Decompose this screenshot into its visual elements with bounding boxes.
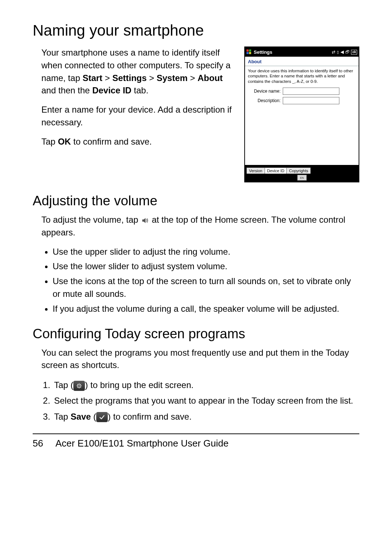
description-input[interactable] <box>283 97 339 104</box>
footer-rule <box>33 433 359 434</box>
bold-settings: Settings <box>112 73 147 83</box>
svg-line-13 <box>81 384 81 385</box>
svg-rect-2 <box>246 52 249 54</box>
svg-point-14 <box>79 385 80 386</box>
volume-icon[interactable]: ◀ <box>340 49 344 54</box>
svg-rect-1 <box>249 49 251 52</box>
today-steps: Tap ( ) to bring up the edit screen. Sel… <box>33 378 359 423</box>
list-item: Tap ( ) to bring up the edit screen. <box>53 378 359 392</box>
list-item: Use the icons at the top of the screen t… <box>53 275 359 300</box>
tab-device-id[interactable]: Device ID <box>265 167 287 174</box>
list-item: Use the lower slider to adjust system vo… <box>53 260 359 273</box>
bold-deviceid: Device ID <box>92 85 131 95</box>
sip-keyboard-icon[interactable]: EN <box>297 175 307 181</box>
checkmark-icon <box>96 412 108 422</box>
text: Tap <box>41 137 58 146</box>
text: ( <box>91 412 96 421</box>
heading-naming: Naming your smartphone <box>33 22 359 39</box>
bold-ok: OK <box>58 137 71 146</box>
list-item: If you adjust the volume during a call, … <box>53 303 359 315</box>
page-number: 56 <box>33 438 43 449</box>
text: Tap <box>54 412 70 421</box>
list-item: Tap Save ( ) to confirm and save. <box>53 410 359 423</box>
text: ) to confirm and save. <box>108 412 192 421</box>
page-footer: 56 Acer E100/E101 Smartphone User Guide <box>33 438 359 449</box>
text: To adjust the volume, tap <box>41 215 141 225</box>
today-intro: You can select the programs you most fre… <box>41 347 359 372</box>
naming-para1: Your smartphone uses a name to identify … <box>41 47 234 97</box>
speaker-icon <box>141 217 150 225</box>
device-name-input[interactable] <box>283 88 339 95</box>
wm-titlebar: Settings ⇄ ▯ ◀ 🗗 ok <box>245 47 359 57</box>
text: > <box>102 73 112 83</box>
tab-version[interactable]: Version <box>246 167 265 174</box>
heading-today: Configuring Today screen programs <box>33 326 359 342</box>
wm-screenshot: Settings ⇄ ▯ ◀ 🗗 ok About Your device us… <box>244 47 359 182</box>
bold-system: System <box>157 73 188 83</box>
battery-icon[interactable]: 🗗 <box>345 49 350 54</box>
signal-icon[interactable]: ▯ <box>337 50 339 54</box>
gear-icon <box>73 381 85 391</box>
wm-description-text: Your device uses this information to ide… <box>248 68 356 84</box>
list-item: Use the upper slider to adjust the ring … <box>53 246 359 258</box>
data-connection-icon[interactable]: ⇄ <box>332 49 335 54</box>
svg-rect-0 <box>246 49 249 52</box>
bold-save: Save <box>70 412 91 421</box>
text: tab. <box>131 85 148 95</box>
svg-line-12 <box>77 387 78 388</box>
text: > <box>188 73 197 83</box>
wm-about-header: About <box>245 57 359 66</box>
wm-title: Settings <box>254 49 330 55</box>
device-name-label: Device name: <box>248 89 283 94</box>
text: > <box>147 73 156 83</box>
svg-rect-3 <box>249 52 251 54</box>
wm-bottombar: EN <box>245 174 359 182</box>
volume-para: To adjust the volume, tap at the top of … <box>41 214 359 239</box>
text: and then the <box>41 85 92 95</box>
naming-para3: Tap OK to confirm and save. <box>41 136 234 148</box>
start-flag-icon[interactable] <box>246 49 252 54</box>
svg-marker-4 <box>142 218 146 223</box>
tab-copyrights[interactable]: Copyrights <box>286 167 311 174</box>
ok-button[interactable]: ok <box>351 50 357 54</box>
heading-volume: Adjusting the volume <box>33 193 359 209</box>
svg-line-11 <box>81 387 81 388</box>
description-label: Description: <box>248 98 283 103</box>
text: ) to bring up the edit screen. <box>85 380 193 390</box>
footer-title: Acer E100/E101 Smartphone User Guide <box>56 438 229 449</box>
volume-bullets: Use the upper slider to adjust the ring … <box>33 246 359 315</box>
bold-start: Start <box>82 73 102 83</box>
text: to confirm and save. <box>71 137 152 146</box>
bold-about: About <box>197 73 222 83</box>
list-item: Select the programs that you want to app… <box>53 394 359 407</box>
text: Tap ( <box>54 380 73 390</box>
svg-line-10 <box>77 384 78 385</box>
naming-para2: Enter a name for your device. Add a desc… <box>41 104 234 129</box>
wm-tabs: Version Device ID Copyrights <box>245 165 359 174</box>
